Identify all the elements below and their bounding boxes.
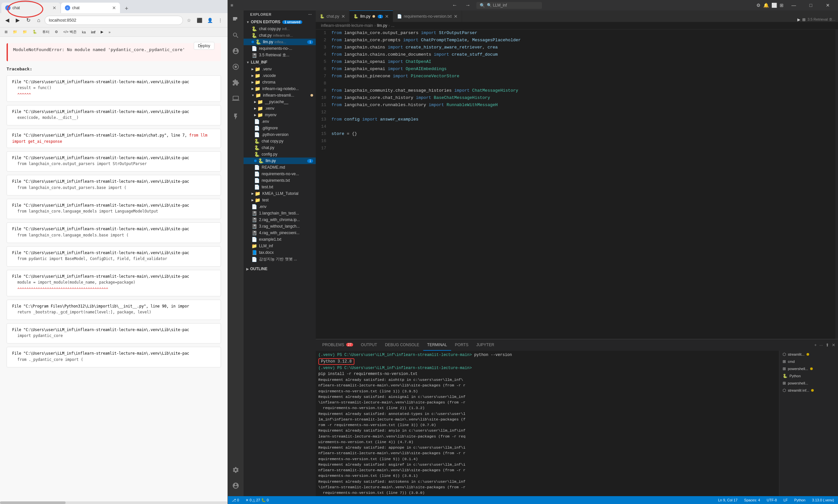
activity-test-icon[interactable] — [228, 109, 244, 124]
file-chatbot[interactable]: 📄 감성지능 기반 챗봇 ... — [244, 256, 316, 263]
status-errors[interactable]: ✕ 0 △ 27 🐛 0 — [244, 498, 270, 502]
file-gitignore[interactable]: 📄 .gitignore — [244, 125, 316, 131]
file-example1[interactable]: 📄 example1.txt — [244, 236, 316, 243]
run-button[interactable]: ▶ — [797, 17, 800, 22]
status-spaces[interactable]: Spaces: 4 — [743, 498, 762, 502]
folder-test[interactable]: ▶ 📁 test — [244, 197, 316, 203]
terminal-main[interactable]: (.venv) PS C:\Users\user\LLM_inf\inflear… — [316, 351, 779, 496]
bookmark-apps[interactable]: ⊞ — [3, 29, 10, 35]
open-file-chat-copy[interactable]: 🐍 chat copy.py infl... — [244, 25, 316, 32]
file-notebook-2[interactable]: 📓 2.rag_with_chroma.ip... — [244, 216, 316, 223]
browser-tab-1[interactable]: c chat ✕ — [1, 3, 60, 13]
tab-debug-console[interactable]: DEBUG CONSOLE — [381, 339, 423, 351]
notifications-icon[interactable]: 🔔 — [763, 3, 769, 8]
bookmark-folder1[interactable]: 📁 — [11, 29, 19, 35]
home-button[interactable]: ⌂ — [34, 16, 43, 25]
terminal-item-cmd[interactable]: ⊞ cmd — [779, 358, 838, 365]
file-req-no-ver[interactable]: 📄 requirements-no-ve... — [244, 170, 316, 177]
profile-button[interactable]: 👤 — [205, 16, 215, 25]
activity-search-icon[interactable] — [228, 28, 244, 43]
sidebar-more-icon[interactable]: ··· — [308, 13, 312, 16]
vscode-search-box[interactable]: 🔍 🔍 LLM_inf — [476, 2, 542, 9]
bookmark-inf[interactable]: inf — [89, 30, 97, 35]
panel-close-icon[interactable]: ✕ — [832, 343, 835, 347]
folder-venv[interactable]: ▶ 📁 .venv — [244, 66, 316, 72]
panel-new-terminal-icon[interactable]: + — [815, 343, 817, 347]
open-editors-header[interactable]: ▼ OPEN EDITORS 1 unsaved — [244, 18, 316, 25]
folder-llm-inf[interactable]: 📁 LLM_inf — [244, 243, 316, 249]
folder-inflearn-streamli[interactable]: ▼ 📁 inflearn-streamli... — [244, 92, 316, 98]
open-file-chat[interactable]: 🐍 chat.py inflearn-str... — [244, 32, 316, 39]
extension-button[interactable]: ⬛ — [195, 16, 204, 25]
bookmark-code[interactable]: </> 벡존 — [61, 29, 79, 35]
editor-scrollbar[interactable] — [835, 30, 838, 339]
browser-tab-2-close[interactable]: ✕ — [112, 5, 116, 10]
browser-tab-1-close[interactable]: ✕ — [52, 5, 56, 10]
tab-req-close[interactable]: ✕ — [454, 14, 458, 19]
vscode-menu-icon[interactable]: ≡ — [230, 3, 233, 8]
file-llm-inner[interactable]: 🐍 llm.py 1 — [244, 158, 316, 164]
file-readme[interactable]: 📄 README.md — [244, 164, 316, 170]
file-requirements-txt[interactable]: 📄 requirements.txt — [244, 177, 316, 184]
code-content[interactable]: from langchain_core.output_parsers impor… — [329, 30, 835, 339]
panel-maximize-icon[interactable]: ⬆ — [825, 343, 829, 347]
terminal-item-powershell1[interactable]: ⊞ powershell... — [779, 365, 838, 372]
breadcrumb-file[interactable]: llm.py — [377, 23, 387, 28]
file-chat-inner[interactable]: 🐍 chat.py — [244, 144, 316, 151]
folder-chroma[interactable]: ▶ 📁 chroma — [244, 79, 316, 86]
browser-scrollbar-thumb[interactable] — [0, 501, 66, 504]
outline-section-header[interactable]: ▶ OUTLINE — [244, 265, 316, 272]
tab-terminal[interactable]: TERMINAL — [423, 339, 451, 351]
activity-git-icon[interactable] — [228, 43, 244, 59]
file-python-version[interactable]: 📄 .python-version — [244, 131, 316, 138]
status-git[interactable]: ⎇ 0 — [230, 498, 240, 502]
bookmark-play[interactable]: ▶ — [99, 29, 105, 35]
file-test-txt[interactable]: 📄 test.txt — [244, 184, 316, 190]
layout-icon[interactable]: ⬜ — [771, 3, 777, 8]
address-bar[interactable] — [45, 16, 183, 25]
folder-myenv[interactable]: ▶ 📁 myenv — [244, 112, 316, 118]
activity-explorer-icon[interactable] — [228, 12, 244, 28]
folder-venv-inner[interactable]: ▶ 📁 .venv — [244, 105, 316, 112]
panel-more-icon[interactable]: ··· — [819, 343, 823, 347]
activity-settings-icon[interactable] — [228, 462, 244, 478]
vscode-back-button[interactable]: ← — [450, 1, 459, 10]
deploy-button[interactable]: Deploy — [194, 42, 215, 50]
status-cursor-position[interactable]: Ln 9, Col 17 — [717, 498, 739, 502]
browser-tab-2[interactable]: c chat ✕ — [61, 3, 120, 13]
minimize-button[interactable]: — — [786, 0, 801, 11]
file-chat-copy-inner[interactable]: 🐍 chat copy.py — [244, 138, 316, 144]
bookmark-github[interactable]: ⚙ — [53, 29, 60, 35]
tab-llm-py[interactable]: 🐍 llm.py 1 ✕ — [349, 11, 393, 22]
terminal-item-powershell2[interactable]: ⊞ powershell... — [779, 380, 838, 387]
file-notebook-1[interactable]: 📓 1.langchain_llm_testi... — [244, 210, 316, 216]
file-tax-docx[interactable]: 📘 tax.docx — [244, 249, 316, 256]
breadcrumb-symbol[interactable]: ... — [391, 23, 394, 28]
open-file-requirements[interactable]: 📄 requirements-no-... — [244, 45, 316, 52]
open-file-llm[interactable]: 🐍 llm.py inflea... 1 — [244, 39, 316, 45]
split-editor-button[interactable]: ⊞ — [802, 17, 806, 22]
llm-inf-section-header[interactable]: ▼ LLM_INF — [244, 59, 316, 66]
activity-extensions-icon[interactable] — [228, 75, 244, 90]
activity-account-icon[interactable] — [228, 478, 244, 493]
vscode-forward-button[interactable]: → — [463, 1, 473, 10]
breadcrumb-folder[interactable]: inflearn-streamlit-lecture-main — [321, 23, 373, 28]
new-tab-button[interactable]: + — [122, 4, 131, 13]
folder-vscode[interactable]: ▶ 📁 .vscode — [244, 72, 316, 79]
bookmark-more[interactable]: » — [106, 30, 113, 35]
open-file-retrieval[interactable]: 📓 3.5 Retrieval 호... — [244, 52, 316, 59]
folder-kmea[interactable]: ▶ 📁 KMEA_LLM_Tutorial — [244, 190, 316, 197]
terminal-item-streamlit2[interactable]: ⬡ streamlit inf... — [779, 387, 838, 394]
bookmark-star-button[interactable]: ☆ — [184, 16, 193, 25]
close-button[interactable]: ✕ — [820, 0, 835, 11]
status-language[interactable]: Python — [793, 498, 806, 502]
tab-requirements[interactable]: 📄 requirements-no-version.txt ✕ — [393, 11, 462, 22]
file-notebook-4[interactable]: 📓 4.rag_with_pinecoeni... — [244, 230, 316, 236]
terminal-item-python[interactable]: 🐍 Python — [779, 372, 838, 380]
bookmark-ka[interactable]: ka — [80, 30, 88, 35]
menu-button[interactable]: ⋮ — [216, 16, 225, 25]
settings-sync-icon[interactable]: ⚙ — [756, 3, 760, 8]
file-notebook-3[interactable]: 📓 3.rag_without_langch... — [244, 223, 316, 230]
tab-llm-close[interactable]: ✕ — [385, 14, 389, 19]
split-icon[interactable]: ⊞ — [780, 3, 784, 8]
